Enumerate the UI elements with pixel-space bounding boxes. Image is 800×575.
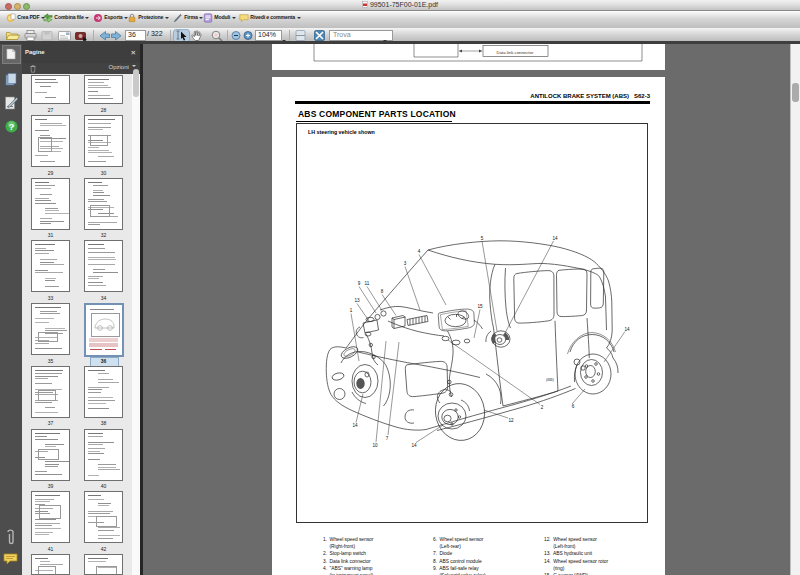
svg-text:12: 12 xyxy=(508,418,514,423)
svg-text:8: 8 xyxy=(381,289,384,294)
svg-text:13: 13 xyxy=(354,298,360,303)
svg-text:14: 14 xyxy=(552,236,558,241)
svg-text:6: 6 xyxy=(572,404,575,409)
svg-text:3: 3 xyxy=(404,261,407,266)
svg-text:14: 14 xyxy=(624,327,630,332)
svg-text:7: 7 xyxy=(386,436,389,441)
svg-text:1: 1 xyxy=(350,308,353,313)
svg-text:4: 4 xyxy=(418,249,421,254)
svg-text:2: 2 xyxy=(541,405,544,410)
svg-text:Data link connector: Data link connector xyxy=(497,50,534,55)
svg-text:14: 14 xyxy=(411,443,417,448)
svg-text:9: 9 xyxy=(358,281,361,286)
svg-text:(4WD): (4WD) xyxy=(546,378,554,382)
svg-text:10: 10 xyxy=(372,443,378,448)
svg-text:5: 5 xyxy=(481,236,484,241)
svg-text:11: 11 xyxy=(365,281,370,286)
svg-text:14: 14 xyxy=(352,423,358,428)
svg-text:15: 15 xyxy=(477,304,483,309)
